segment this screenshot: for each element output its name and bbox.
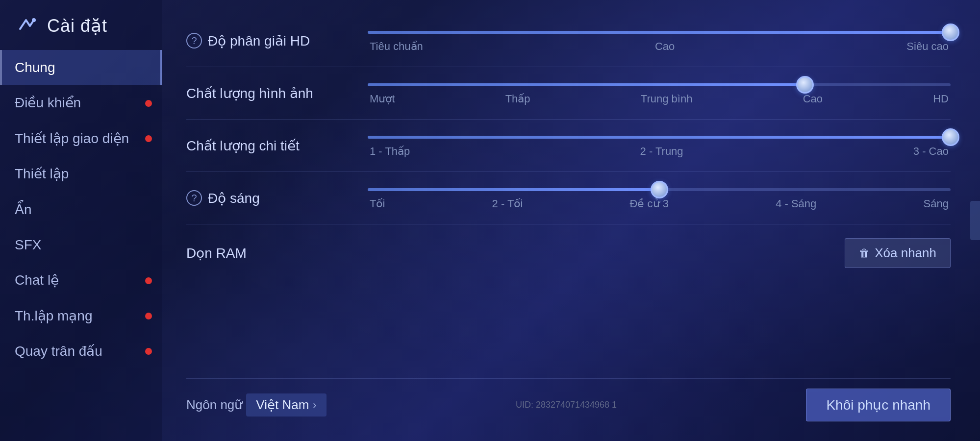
slider-chat-luong-hinh-anh: Mượt Thấp Trung bình Cao HD [368,81,951,105]
help-icon[interactable]: ? [186,33,202,49]
help-icon[interactable]: ? [186,190,202,206]
slider-labels: Tiêu chuẩn Cao Siêu cao [368,40,951,53]
slider-thumb[interactable] [651,181,668,198]
slider-thumb[interactable] [796,76,814,94]
sidebar-item-chat-le[interactable]: Chat lệ [0,263,162,298]
slider-do-sang: Tối 2 - Tối Đề cử 3 4 - Sáng Sáng [368,186,951,210]
slider-fill [368,31,951,34]
logo-icon [15,14,39,38]
setting-label-don-ram: Dọn RAM [186,245,353,261]
slider-track [368,83,951,86]
sidebar-item-thiet-lap[interactable]: Thiết lập [0,156,162,192]
sidebar-item-thiet-lap-giao-dien[interactable]: Thiết lập giao diện [0,121,162,156]
setting-row-chat-luong-hinh-anh: Chất lượng hình ảnh Mượt Thấp Trung bình… [186,67,951,120]
setting-row-do-sang: ? Độ sáng Tối 2 - Tối Đề cử 3 [186,172,951,224]
slider-track [368,188,951,191]
uid-label: UID: 283274071434968 1 [516,400,617,410]
language-section: Ngôn ngữ Việt Nam › [186,393,327,416]
setting-label-do-phan-giai: ? Độ phân giải HD [186,33,353,49]
sidebar-item-sfx[interactable]: SFX [0,227,162,263]
slider-chat-luong-chi-tiet: 1 - Thấp 2 - Trung 3 - Cao [368,133,951,158]
setting-label-chat-luong-hinh-anh: Chất lượng hình ảnh [186,85,353,101]
slider-labels: Mượt Thấp Trung bình Cao HD [368,93,951,105]
slider-thumb[interactable] [942,128,959,146]
setting-row-do-phan-giai: ? Độ phân giải HD Tiêu chuẩn Cao Siê [186,15,951,67]
right-edge-decoration [970,201,980,240]
svg-point-0 [32,18,36,22]
slider-thumb[interactable] [942,24,959,41]
main-content: ? Độ phân giải HD Tiêu chuẩn Cao Siê [162,0,980,441]
sidebar: Cài đặt Chung Điều khiển Thiết lập giao … [0,0,162,441]
notification-dot [145,313,152,319]
notification-dot [145,135,152,142]
sidebar-item-quay-tran-dau[interactable]: Quay trân đấu [0,334,162,369]
notification-dot [145,348,152,355]
setting-row-chat-luong-chi-tiet: Chất lượng chi tiết 1 - Thấp 2 - Trung 3… [186,120,951,172]
setting-row-don-ram: Dọn RAM 🗑 Xóa nhanh [186,224,951,282]
slider-fill [368,188,659,191]
sidebar-item-an[interactable]: Ẩn [0,192,162,227]
sidebar-item-chung[interactable]: Chung [0,50,162,85]
slider-labels: Tối 2 - Tối Đề cử 3 4 - Sáng Sáng [368,197,951,210]
sidebar-header: Cài đặt [0,0,162,50]
slider-fill [368,83,805,86]
setting-label-chat-luong-chi-tiet: Chất lượng chi tiết [186,138,353,154]
sidebar-item-th-lap-mang[interactable]: Th.lập mạng [0,298,162,334]
slider-do-phan-giai: Tiêu chuẩn Cao Siêu cao [368,28,951,53]
trash-icon: 🗑 [859,247,870,260]
language-selector[interactable]: Việt Nam › [246,393,326,416]
page-title: Cài đặt [47,16,107,36]
chevron-right-icon: › [313,399,316,412]
slider-track [368,31,951,34]
slider-track [368,136,951,139]
settings-list: ? Độ phân giải HD Tiêu chuẩn Cao Siê [186,15,951,373]
xoa-nhanh-button[interactable]: 🗑 Xóa nhanh [845,238,951,268]
bottom-bar: Ngôn ngữ Việt Nam › UID: 283274071434968… [186,378,951,426]
setting-label-do-sang: ? Độ sáng [186,190,353,206]
slider-labels: 1 - Thấp 2 - Trung 3 - Cao [368,145,951,158]
sidebar-item-dieu-khien[interactable]: Điều khiển [0,85,162,121]
slider-fill [368,136,951,139]
app-container: Cài đặt Chung Điều khiển Thiết lập giao … [0,0,980,441]
notification-dot [145,277,152,284]
nav-list: Chung Điều khiển Thiết lập giao diện Thi… [0,50,162,441]
khoi-phuc-button[interactable]: Khôi phục nhanh [806,389,951,421]
notification-dot [145,100,152,107]
